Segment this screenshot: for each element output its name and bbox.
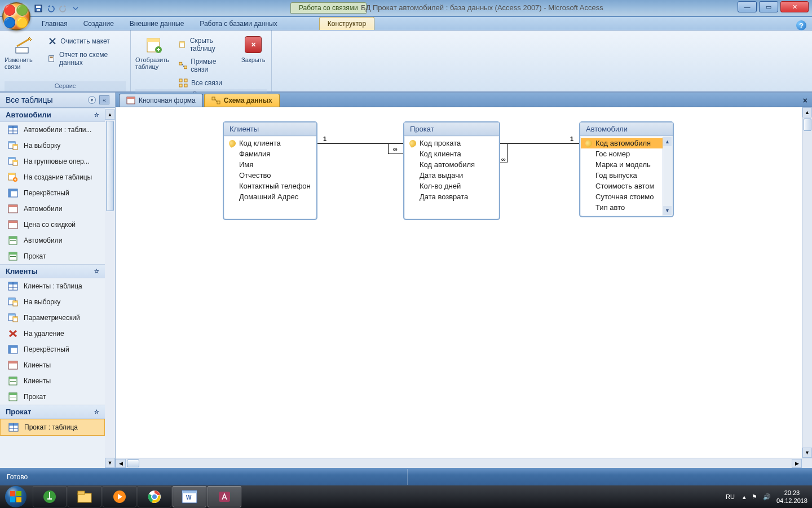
- scroll-thumb[interactable]: [127, 459, 139, 467]
- nav-item[interactable]: Прокат : таблица: [0, 419, 105, 436]
- clear-layout-button[interactable]: Очистить макет: [46, 35, 126, 47]
- redo-icon[interactable]: [59, 4, 68, 13]
- nav-item[interactable]: Автомобили: [0, 201, 105, 217]
- table-field[interactable]: Код клиента: [224, 138, 316, 148]
- nav-item[interactable]: Прокат: [0, 389, 105, 405]
- relationship-line[interactable]: [317, 143, 403, 144]
- nav-group-header[interactable]: Прокат☆: [0, 405, 105, 419]
- volume-icon[interactable]: 🔊: [763, 493, 771, 501]
- relationship-report-button[interactable]: Отчет по схеме данных: [46, 49, 126, 68]
- close-button[interactable]: ✕ Закрыть: [240, 33, 267, 63]
- maximize-button[interactable]: ▭: [759, 1, 778, 12]
- table-field[interactable]: Кол-во дней: [405, 181, 498, 191]
- table-field[interactable]: Отчество: [224, 170, 316, 181]
- nav-item[interactable]: Автомобили : табли...: [0, 122, 105, 138]
- table-cars[interactable]: Автомобили Код автомобиляГос номерМарка …: [579, 121, 674, 217]
- nav-item[interactable]: На создание таблицы: [0, 169, 105, 185]
- taskbar-app-torrent[interactable]: [33, 486, 67, 507]
- clock[interactable]: 20:23 04.12.2018: [776, 489, 807, 505]
- scroll-up-icon[interactable]: ▲: [663, 137, 672, 146]
- taskbar-app-explorer[interactable]: [68, 486, 102, 507]
- table-field[interactable]: Домашний Адрес: [224, 191, 316, 202]
- scroll-up-icon[interactable]: ▲: [105, 110, 115, 120]
- taskbar-app-access[interactable]: [208, 486, 241, 507]
- office-button[interactable]: 🔴🟢🔵🟡: [2, 2, 30, 30]
- table-field[interactable]: Дата возврата: [405, 191, 498, 202]
- nav-pane-header[interactable]: Все таблицы ▾ «: [0, 93, 115, 108]
- canvas-horizontal-scrollbar[interactable]: ◀ ▶: [116, 458, 812, 468]
- undo-icon[interactable]: [46, 4, 55, 13]
- nav-vertical-scrollbar[interactable]: ▲ ▼: [105, 110, 115, 468]
- nav-dropdown-icon[interactable]: ▾: [88, 96, 96, 104]
- tab-external-data[interactable]: Внешние данные: [122, 17, 192, 30]
- save-icon[interactable]: [34, 4, 43, 13]
- table-field[interactable]: Гос номер: [581, 148, 663, 159]
- table-field[interactable]: Фамилия: [224, 148, 316, 159]
- nav-item[interactable]: На групповые опер...: [0, 154, 105, 169]
- scroll-thumb[interactable]: [106, 121, 114, 211]
- nav-group-header[interactable]: Клиенты☆: [0, 264, 105, 278]
- language-indicator[interactable]: RU: [723, 492, 737, 501]
- canvas-vertical-scrollbar[interactable]: ▲ ▼: [802, 107, 812, 458]
- nav-item[interactable]: Перекрёстный: [0, 341, 105, 357]
- table-field[interactable]: Тип авто: [581, 202, 663, 213]
- nav-item[interactable]: Клиенты: [0, 357, 105, 373]
- scroll-down-icon[interactable]: ▼: [105, 458, 115, 468]
- nav-item[interactable]: На выборку: [0, 294, 105, 310]
- table-rental[interactable]: Прокат Код прокатаКод клиентаКод автомоб…: [403, 121, 500, 220]
- nav-item[interactable]: На удаление: [0, 326, 105, 341]
- nav-item[interactable]: Прокат: [0, 248, 105, 264]
- action-center-icon[interactable]: ⚑: [752, 493, 757, 501]
- tab-home[interactable]: Главная: [34, 17, 76, 30]
- tab-create[interactable]: Создание: [76, 17, 122, 30]
- nav-collapse-icon[interactable]: «: [99, 95, 109, 104]
- scroll-down-icon[interactable]: ▼: [802, 448, 812, 458]
- taskbar-app-media[interactable]: [103, 486, 136, 507]
- minimize-button[interactable]: —: [738, 1, 757, 12]
- scroll-up-icon[interactable]: ▲: [802, 107, 812, 117]
- scroll-thumb[interactable]: [804, 119, 811, 131]
- table-field[interactable]: Код автомобиля: [405, 159, 498, 170]
- tab-button-form[interactable]: Кнопочная форма: [119, 94, 203, 107]
- tray-arrow-icon[interactable]: ▴: [743, 493, 746, 501]
- direct-relationships-button[interactable]: Прямые связи: [176, 56, 236, 75]
- nav-item[interactable]: Клиенты : таблица: [0, 278, 105, 294]
- all-relationships-button[interactable]: Все связи: [176, 77, 236, 89]
- edit-relationships-button[interactable]: Изменить связи: [5, 33, 41, 70]
- table-field[interactable]: Марка и модель: [581, 159, 663, 170]
- tab-design[interactable]: Конструктор: [319, 17, 374, 30]
- relationships-canvas[interactable]: Клиенты Код клиентаФамилияИмяОтчествоКон…: [116, 107, 812, 458]
- scroll-left-icon[interactable]: ◀: [116, 459, 126, 468]
- table-field[interactable]: Имя: [224, 159, 316, 170]
- taskbar-app-word[interactable]: W: [173, 486, 206, 507]
- start-button[interactable]: [0, 485, 32, 508]
- scroll-down-icon[interactable]: ▼: [663, 206, 672, 215]
- window-close-button[interactable]: ✕: [780, 1, 809, 12]
- table-field[interactable]: Стоимость автом: [581, 181, 663, 191]
- qat-dropdown-icon[interactable]: [71, 4, 80, 13]
- nav-group-header[interactable]: Автомобили☆: [0, 108, 105, 122]
- table-field[interactable]: Суточная стоимо: [581, 191, 663, 202]
- nav-item[interactable]: На выборку: [0, 138, 105, 154]
- scroll-right-icon[interactable]: ▶: [792, 459, 802, 468]
- table-clients[interactable]: Клиенты Код клиентаФамилияИмяОтчествоКон…: [223, 121, 317, 220]
- table-field[interactable]: Код автомобиля: [581, 138, 663, 148]
- table-field[interactable]: Год выпуска: [581, 170, 663, 181]
- help-icon[interactable]: ?: [796, 20, 806, 30]
- relationship-line[interactable]: [500, 143, 579, 144]
- table-field[interactable]: Дата выдачи: [405, 170, 498, 181]
- show-table-button[interactable]: Отобразить таблицу: [135, 33, 172, 70]
- hide-table-button[interactable]: Скрыть таблицу: [176, 35, 236, 54]
- tab-relationships[interactable]: Схема данных: [204, 94, 280, 107]
- table-field[interactable]: Контактный телефон: [224, 181, 316, 191]
- nav-item[interactable]: Цена со скидкой: [0, 217, 105, 233]
- table-field[interactable]: Код проката: [405, 138, 498, 148]
- table-cars-scrollbar[interactable]: ▲ ▼: [663, 137, 672, 215]
- nav-item[interactable]: Клиенты: [0, 373, 105, 389]
- close-document-icon[interactable]: ×: [803, 96, 807, 105]
- taskbar-app-chrome[interactable]: [138, 486, 171, 507]
- tab-database-tools[interactable]: Работа с базами данных: [192, 17, 285, 30]
- nav-item[interactable]: Автомобили: [0, 233, 105, 248]
- nav-item[interactable]: Перекрёстный: [0, 185, 105, 201]
- nav-item[interactable]: Параметрический: [0, 310, 105, 326]
